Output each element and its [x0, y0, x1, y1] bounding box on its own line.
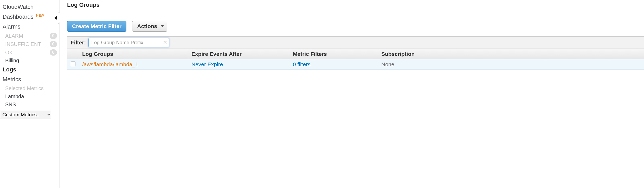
nav-alarm-state-ok[interactable]: OK 0	[0, 48, 60, 57]
expire-link[interactable]: Never Expire	[191, 61, 293, 68]
filter-bar: Filter: ✕	[67, 36, 644, 49]
nav-alarm-state-alarm[interactable]: ALARM 0	[0, 32, 60, 40]
alarm-state-label: ALARM	[5, 33, 23, 39]
nav-dashboards[interactable]: Dashboards NEW	[0, 12, 60, 22]
col-log-groups[interactable]: Log Groups	[82, 51, 191, 57]
nav-alarm-state-insufficient[interactable]: INSUFFICIENT 0	[0, 40, 60, 48]
nav-billing[interactable]: Billing	[0, 57, 60, 65]
nav-billing-label: Billing	[5, 58, 19, 64]
sns-label: SNS	[5, 102, 16, 108]
nav-logs[interactable]: Logs	[0, 65, 60, 75]
arrow-left-icon	[54, 16, 57, 20]
nav-sns[interactable]: SNS	[0, 100, 60, 109]
log-group-link[interactable]: /aws/lambda/lambda_1	[82, 61, 191, 68]
actions-button[interactable]: Actions	[132, 21, 167, 32]
nav-metrics[interactable]: Metrics	[0, 75, 60, 84]
col-metric-filters[interactable]: Metric Filters	[293, 51, 381, 57]
filter-label: Filter:	[71, 39, 86, 46]
nav-alarms[interactable]: Alarms	[0, 22, 60, 32]
create-metric-filter-button[interactable]: Create Metric Filter	[67, 21, 126, 32]
col-subscriptions[interactable]: Subscription	[381, 51, 439, 57]
selected-metrics-label: Selected Metrics	[5, 85, 44, 91]
page-title: Log Groups	[67, 2, 644, 8]
toolbar: Create Metric Filter Actions	[67, 21, 644, 32]
sidebar-collapse-handle[interactable]	[51, 12, 60, 24]
table-header: Log Groups Expire Events After Metric Fi…	[67, 49, 644, 59]
filters-link[interactable]: 0 filters	[293, 61, 381, 68]
filter-input[interactable]	[88, 38, 169, 47]
lambda-label: Lambda	[5, 93, 24, 99]
subscriptions-cell: None	[381, 61, 439, 68]
custom-metrics-select[interactable]: Custom Metrics...	[0, 111, 51, 118]
nav-dashboards-label: Dashboards	[3, 14, 34, 20]
col-expire[interactable]: Expire Events After	[191, 51, 293, 57]
alarm-state-count: 0	[50, 49, 57, 56]
clear-icon[interactable]: ✕	[163, 40, 167, 45]
caret-down-icon	[161, 25, 164, 27]
filter-input-wrap: ✕	[88, 38, 169, 47]
sidebar: CloudWatch Dashboards NEW Alarms ALARM 0…	[0, 0, 60, 188]
alarm-state-count: 0	[50, 33, 57, 39]
nav-cloudwatch[interactable]: CloudWatch	[0, 2, 60, 12]
alarm-state-label: OK	[5, 50, 13, 56]
new-badge: NEW	[36, 14, 44, 17]
alarm-state-label: INSUFFICIENT	[5, 41, 41, 47]
log-groups-table: Log Groups Expire Events After Metric Fi…	[67, 49, 644, 70]
main-panel: Log Groups Create Metric Filter Actions …	[67, 0, 644, 70]
alarm-state-count: 0	[50, 41, 57, 47]
nav-selected-metrics[interactable]: Selected Metrics	[0, 84, 60, 92]
row-checkbox[interactable]	[71, 62, 75, 66]
table-row: /aws/lambda/lambda_1 Never Expire 0 filt…	[67, 59, 644, 70]
actions-button-label: Actions	[137, 23, 157, 29]
nav-lambda[interactable]: Lambda	[0, 92, 60, 100]
